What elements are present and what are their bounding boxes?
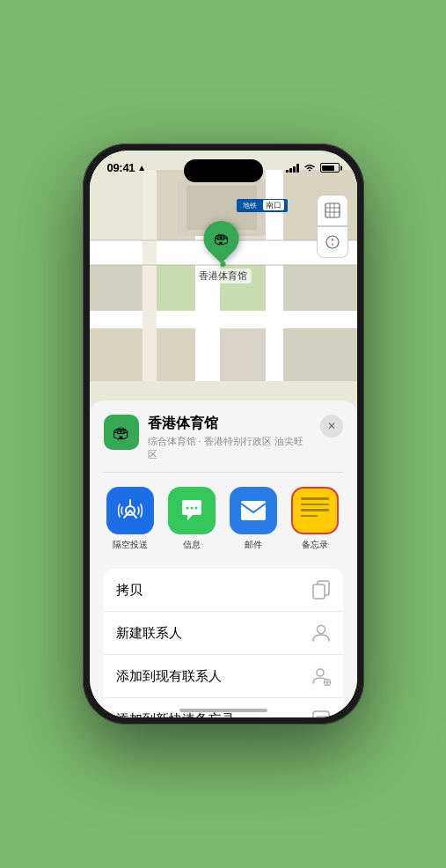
- venue-icon: 🏟: [104, 415, 139, 450]
- phone-frame: 09:41 ▲: [83, 143, 364, 725]
- new-contact-icon: [311, 623, 331, 643]
- marker-label: 香港体育馆: [195, 268, 251, 283]
- airdrop-icon: [106, 487, 154, 534]
- location-icon: ▲: [137, 163, 146, 173]
- action-list: 拷贝 新建联系人 添加到现有联系人: [104, 569, 343, 717]
- action-new-contact[interactable]: 新建联系人: [104, 612, 343, 655]
- location-marker: 🏟 香港体育馆: [195, 221, 251, 283]
- airdrop-label: 隔空投送: [113, 539, 148, 551]
- svg-point-33: [317, 669, 324, 676]
- share-item-mail[interactable]: 邮件: [227, 487, 280, 551]
- copy-icon: [311, 580, 331, 600]
- messages-icon: [168, 487, 216, 534]
- map-controls: [317, 195, 348, 258]
- action-copy[interactable]: 拷贝: [104, 569, 343, 612]
- svg-rect-14: [220, 328, 266, 381]
- marker-emoji: 🏟: [214, 229, 230, 247]
- add-contact-icon: [311, 666, 331, 686]
- svg-rect-15: [283, 328, 357, 381]
- compass-button[interactable]: [317, 226, 348, 258]
- subway-label: 地铁 南口: [237, 199, 288, 212]
- venue-header: 🏟 香港体育馆 综合体育馆 · 香港特别行政区 油尖旺区 ✕: [104, 415, 343, 473]
- svg-rect-13: [157, 328, 195, 381]
- svg-rect-17: [157, 265, 195, 311]
- action-quick-note[interactable]: 添加到新快速备忘录: [104, 698, 343, 717]
- map-type-icon: [325, 202, 340, 218]
- quick-note-icon: [311, 710, 331, 717]
- venue-info: 香港体育馆 综合体育馆 · 香港特别行政区 油尖旺区: [148, 415, 311, 461]
- svg-rect-11: [283, 265, 357, 311]
- venue-subtitle: 综合体育馆 · 香港特别行政区 油尖旺区: [148, 435, 311, 461]
- messages-label: 信息: [183, 539, 201, 551]
- svg-point-28: [194, 507, 197, 510]
- mail-label: 邮件: [245, 539, 262, 551]
- battery-icon: [320, 163, 340, 173]
- svg-rect-5: [143, 170, 157, 381]
- copy-label: 拷贝: [116, 582, 143, 599]
- svg-rect-23: [325, 203, 340, 217]
- svg-rect-3: [90, 311, 357, 328]
- action-add-contact[interactable]: 添加到现有联系人: [104, 655, 343, 698]
- dynamic-island: [184, 159, 263, 182]
- notes-lines: [301, 496, 329, 517]
- add-contact-label: 添加到现有联系人: [116, 668, 222, 685]
- venue-name: 香港体育馆: [148, 415, 311, 433]
- svg-rect-31: [313, 585, 325, 599]
- phone-screen: 09:41 ▲: [90, 151, 357, 717]
- map-area[interactable]: 地铁 南口 🏟 香港体育馆: [90, 151, 357, 401]
- mail-icon: [230, 487, 277, 534]
- map-type-button[interactable]: [317, 195, 348, 226]
- home-indicator: [179, 709, 267, 712]
- notes-icon: [291, 487, 339, 534]
- share-item-messages[interactable]: 信息: [165, 487, 218, 551]
- svg-rect-16: [90, 328, 143, 381]
- svg-point-26: [186, 507, 188, 510]
- bottom-sheet: 🏟 香港体育馆 综合体育馆 · 香港特别行政区 油尖旺区 ✕: [90, 401, 357, 717]
- share-item-airdrop[interactable]: 隔空投送: [104, 487, 157, 551]
- svg-point-32: [317, 626, 325, 634]
- new-contact-label: 新建联系人: [116, 625, 182, 642]
- wifi-icon: [303, 161, 316, 174]
- compass-icon: [325, 234, 340, 250]
- signal-bars-icon: [286, 164, 299, 173]
- svg-rect-12: [90, 265, 143, 311]
- share-item-notes[interactable]: 备忘录: [289, 487, 341, 551]
- share-row: 隔空投送 信息: [104, 487, 343, 555]
- svg-point-27: [190, 507, 193, 510]
- notes-label: 备忘录: [302, 539, 328, 551]
- status-time: 09:41: [107, 161, 135, 174]
- svg-rect-29: [241, 501, 266, 520]
- close-button[interactable]: ✕: [320, 415, 343, 438]
- status-icons: [286, 161, 340, 174]
